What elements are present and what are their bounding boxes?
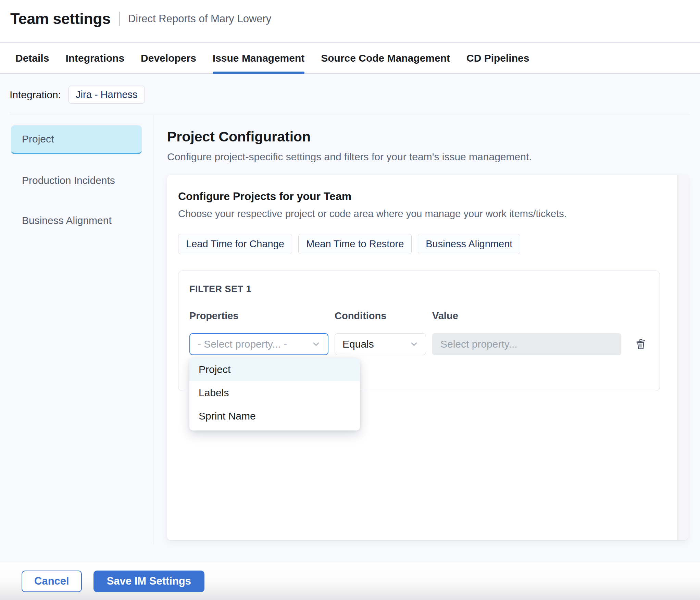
delete-filter-button[interactable] [634,337,648,351]
sidebar-item-label: Business Alignment [22,215,112,226]
trash-icon [634,337,648,351]
sidebar-item-label: Project [22,133,54,145]
card-scrollbar[interactable] [677,175,688,540]
dropdown-option-labels[interactable]: Labels [189,381,360,404]
card-title: Configure Projects for your Team [178,190,666,203]
condition-select-value: Equals [342,338,374,350]
column-label-conditions: Conditions [335,310,426,322]
tab-label: CD Pipelines [466,52,529,64]
property-dropdown-menu: Project Labels Sprint Name [189,358,360,430]
section-subtitle: Configure project-specific settings and … [167,151,688,163]
main-panel: Project Configuration Configure project-… [153,115,700,562]
filter-column-headers: Properties Conditions Value [189,310,649,322]
filter-controls-row: - Select property... - Project Labels Sp… [189,333,649,355]
tab-label: Details [15,52,49,64]
sidebar-item-label: Production Incidents [22,175,115,186]
metric-chip-row: Lead Time for Change Mean Time to Restor… [178,234,666,254]
title-separator [119,12,120,26]
integration-badge[interactable]: Jira - Harness [68,86,145,104]
cancel-button[interactable]: Cancel [22,571,82,592]
column-label-value: Value [432,310,621,322]
section-title: Project Configuration [167,129,688,145]
card-subtitle: Choose your respective project or code a… [178,208,666,220]
chevron-down-icon [409,339,419,349]
tab-cd-pipelines[interactable]: CD Pipelines [466,43,529,73]
settings-sidebar: Project Production Incidents Business Al… [0,115,153,562]
tab-label: Developers [141,52,196,64]
tab-label: Source Code Management [321,52,450,64]
chip-business-alignment[interactable]: Business Alignment [418,234,520,254]
tab-source-code-management[interactable]: Source Code Management [321,43,450,73]
content-area: Project Production Incidents Business Al… [0,115,700,562]
tab-developers[interactable]: Developers [141,43,196,73]
page-header: Team settings Direct Reports of Mary Low… [0,0,700,43]
sidebar-item-project[interactable]: Project [11,125,142,154]
save-im-settings-button[interactable]: Save IM Settings [93,571,204,592]
dropdown-option-sprint-name[interactable]: Sprint Name [189,404,360,428]
property-select-placeholder: - Select property... - [198,338,287,350]
filter-set-1: FILTER SET 1 Properties Conditions Value… [178,271,660,391]
dropdown-option-project[interactable]: Project [189,358,360,381]
filter-set-title: FILTER SET 1 [189,284,649,295]
tab-details[interactable]: Details [15,43,49,73]
integration-row: Integration: Jira - Harness [0,74,700,104]
property-select[interactable]: - Select property... - Project Labels Sp… [189,333,328,355]
value-input[interactable] [432,333,621,355]
page-subtitle: Direct Reports of Mary Lowery [128,13,272,25]
tab-bar: Details Integrations Developers Issue Ma… [0,43,700,74]
integration-label: Integration: [10,89,61,101]
tab-label: Integrations [65,52,124,64]
footer-action-bar: Cancel Save IM Settings [0,562,700,600]
chip-lead-time-for-change[interactable]: Lead Time for Change [178,234,292,254]
chevron-down-icon [311,339,321,349]
configure-projects-card: Configure Projects for your Team Choose … [167,175,688,540]
column-label-properties: Properties [189,310,328,322]
chip-mean-time-to-restore[interactable]: Mean Time to Restore [298,234,412,254]
condition-select[interactable]: Equals [335,333,426,355]
sidebar-item-production-incidents[interactable]: Production Incidents [11,167,142,194]
tab-issue-management[interactable]: Issue Management [213,43,304,73]
page-title: Team settings [10,10,111,28]
tab-integrations[interactable]: Integrations [65,43,124,73]
tab-label: Issue Management [213,52,304,64]
sidebar-item-business-alignment[interactable]: Business Alignment [11,207,142,234]
